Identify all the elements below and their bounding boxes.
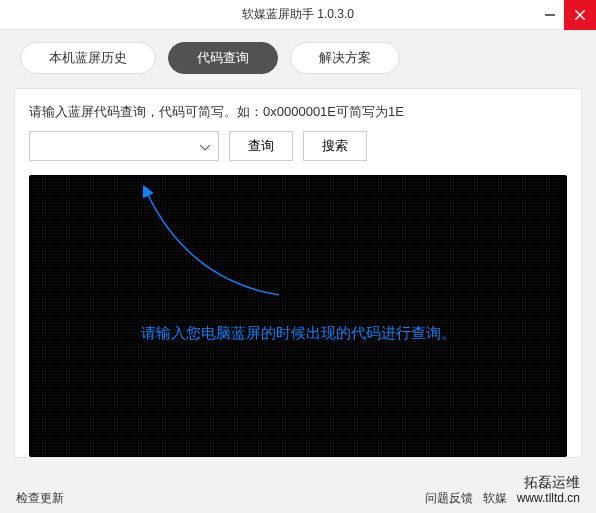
window-controls [536,0,596,30]
footer: 检查更新 问题反馈 软媒 拓磊运维 www.tlltd.cn [0,473,596,507]
window-title: 软媒蓝屏助手 1.0.3.0 [242,6,354,23]
search-button[interactable]: 搜索 [303,131,367,161]
query-button[interactable]: 查询 [229,131,293,161]
result-message: 请输入您电脑蓝屏的时候出现的代码进行查询。 [141,323,456,342]
code-combobox[interactable] [29,131,219,161]
result-area: 请输入您电脑蓝屏的时候出现的代码进行查询。 [29,175,567,457]
softname-label: 软媒 [483,490,507,507]
query-panel: 请输入蓝屏代码查询，代码可简写。如：0x0000001E可简写为1E 查询 搜索… [14,88,582,458]
pointer-arrow-icon [129,175,319,325]
check-update-link[interactable]: 检查更新 [16,490,64,507]
chevron-down-icon [200,137,210,155]
tab-history[interactable]: 本机蓝屏历史 [20,42,156,74]
tab-bar: 本机蓝屏历史 代码查询 解决方案 [0,30,596,88]
watermark-title: 拓磊运维 [517,473,580,491]
close-button[interactable] [564,0,596,30]
watermark-url: www.tlltd.cn [517,491,580,507]
close-icon [575,10,585,20]
minimize-icon [545,10,555,20]
watermark: 拓磊运维 www.tlltd.cn [517,473,580,507]
input-hint: 请输入蓝屏代码查询，代码可简写。如：0x0000001E可简写为1E [29,103,567,121]
feedback-link[interactable]: 问题反馈 [425,490,473,507]
titlebar: 软媒蓝屏助手 1.0.3.0 [0,0,596,30]
controls-row: 查询 搜索 [29,131,567,161]
tab-code-query[interactable]: 代码查询 [168,42,278,74]
minimize-button[interactable] [536,0,564,30]
tab-solution[interactable]: 解决方案 [290,42,400,74]
